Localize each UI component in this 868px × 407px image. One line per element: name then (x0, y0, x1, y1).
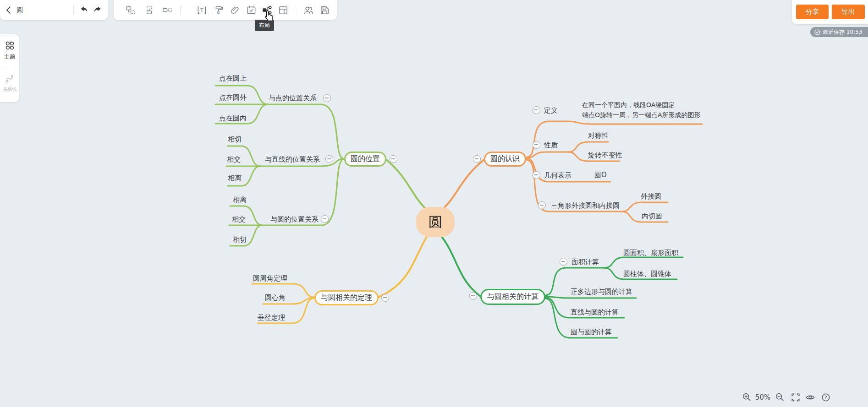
topic-circle-circle-calc[interactable]: 圆与圆的计算 (571, 328, 612, 336)
zoom-level[interactable]: 50% (755, 393, 770, 402)
fit-screen-button[interactable] (790, 392, 801, 403)
task-button[interactable] (246, 5, 257, 16)
paperclip-icon (230, 5, 241, 16)
topic-circle-sector-area[interactable]: 圆面积、扇形面积 (623, 249, 678, 257)
insert-sibling-node-button[interactable] (125, 5, 136, 16)
insert-parent-node-button[interactable] (143, 5, 154, 16)
topic-circle-calculations[interactable]: 与圆相关的计算 (480, 289, 545, 305)
format-painter-button[interactable] (214, 5, 225, 16)
zoom-in-icon (742, 392, 752, 402)
topic-polygon-circle-calc[interactable]: 正多边形与圆的计算 (571, 288, 632, 296)
mindmap-branches (0, 0, 868, 407)
header-left-panel: 圆 (0, 0, 108, 20)
topic-center[interactable]: 圆 (416, 207, 455, 237)
people-icon (303, 5, 314, 16)
toolbar-divider (180, 5, 181, 15)
topic-line-position-relation[interactable]: 与直线的位置关系 (265, 155, 320, 164)
save-status-text: 最近保存 10:53 (823, 28, 862, 36)
sidebar-theme-label: 主题 (0, 53, 19, 61)
topic-circle-theorems[interactable]: 与圆相关的定理 (314, 290, 379, 305)
save-button[interactable] (319, 5, 330, 16)
insert-child-icon (168, 9, 172, 11)
mouse-cursor-icon (264, 10, 274, 24)
undo-button[interactable] (79, 5, 90, 16)
toolbar-panel (114, 0, 337, 20)
topic-definition-text-line2[interactable]: 端点O旋转一周，另一端点A所形成的图形 (582, 111, 701, 119)
topic-symmetry[interactable]: 对称性 (588, 131, 609, 140)
topic-rotation-invariance[interactable]: 旋转不变性 (588, 151, 622, 160)
save-icon (319, 5, 330, 16)
collaborate-button[interactable] (303, 5, 314, 16)
topic-circle-position[interactable]: 圆的位置 (344, 152, 386, 167)
back-button[interactable] (4, 5, 15, 16)
collapse-button[interactable] (390, 155, 397, 163)
toolbar-divider (73, 5, 74, 15)
header-actions-panel: 分享 导出 (792, 0, 868, 24)
topic-geometric-notation[interactable]: 几何表示 (544, 171, 571, 180)
topic-definition-text-line1[interactable]: 在同一个平面内，线段OA绕固定 (582, 101, 675, 109)
topic-point-position-relation[interactable]: 与点的位置关系 (269, 94, 317, 103)
collapse-button[interactable] (533, 171, 540, 179)
collapse-button[interactable] (381, 294, 389, 302)
topic-inscribed-angle-theorem[interactable]: 圆周角定理 (253, 274, 287, 283)
share-button[interactable]: 分享 (796, 5, 829, 19)
topic-perpendicular-chord-theorem[interactable]: 垂径定理 (258, 314, 285, 322)
insert-parent-icon (147, 6, 151, 9)
redo-button[interactable] (92, 5, 103, 16)
text-icon (197, 5, 207, 16)
topic-circle-intersect[interactable]: 相交 (232, 215, 246, 224)
document-title[interactable]: 圆 (16, 6, 23, 14)
topic-line-intersect[interactable]: 相交 (227, 155, 241, 164)
collapse-button[interactable] (533, 106, 540, 114)
collapse-button[interactable] (469, 292, 477, 300)
topic-circumscribed-circle[interactable]: 外接圆 (641, 192, 661, 201)
topic-circle-understanding[interactable]: 圆的认识 (484, 152, 526, 167)
left-sidebar: 主题 关系线 (0, 34, 19, 102)
topic-area-calculation[interactable]: 面积计算 (571, 258, 599, 266)
table-layout-icon (278, 5, 289, 16)
zoom-in-button[interactable] (742, 392, 753, 403)
topic-circle-position-relation[interactable]: 与圆的位置关系 (270, 215, 319, 224)
collapse-button[interactable] (538, 201, 546, 209)
chevron-left-icon (7, 7, 10, 13)
topic-circle-o[interactable]: 圆O (594, 171, 607, 179)
collapse-button[interactable] (321, 215, 329, 223)
insert-child-node-button[interactable] (162, 5, 173, 16)
zoom-out-icon (775, 392, 785, 402)
help-button[interactable]: ? (820, 392, 831, 403)
svg-text:?: ? (824, 395, 827, 401)
sidebar-item-relation-line[interactable]: 关系线 (0, 73, 19, 93)
topic-point-on-circle[interactable]: 点在圆上 (219, 74, 247, 83)
collapse-button[interactable] (323, 94, 331, 102)
topic-triangle-circles[interactable]: 三角形外接圆和内接圆 (551, 201, 620, 210)
zoom-out-button[interactable] (775, 392, 786, 403)
collapse-button[interactable] (473, 155, 481, 163)
collapse-button[interactable] (533, 141, 540, 149)
sidebar-relation-label: 关系线 (0, 86, 19, 93)
topic-definition[interactable]: 定义 (544, 106, 558, 115)
check-circle-icon (814, 29, 820, 35)
topic-line-circle-calc[interactable]: 直线与圆的计算 (571, 308, 619, 317)
task-check-icon (246, 5, 257, 16)
topic-properties[interactable]: 性质 (544, 141, 558, 150)
sidebar-item-theme[interactable]: 主题 (0, 40, 19, 61)
text-style-button[interactable] (196, 5, 207, 16)
topic-line-separate[interactable]: 相离 (228, 174, 242, 183)
collapse-button[interactable] (325, 155, 333, 163)
toolbar-divider (295, 5, 295, 15)
fit-screen-icon (791, 392, 801, 402)
topic-inscribed-circle[interactable]: 内切圆 (642, 212, 662, 221)
topic-line-tangent[interactable]: 相切 (228, 135, 242, 144)
presentation-view-button[interactable] (805, 392, 816, 403)
export-button[interactable]: 导出 (832, 5, 865, 19)
attachment-button[interactable] (230, 5, 241, 16)
collapse-button[interactable] (560, 258, 567, 266)
topic-point-outside-circle[interactable]: 点在圆外 (219, 93, 247, 102)
topic-point-inside-circle[interactable]: 点在圆内 (219, 114, 247, 123)
panel-layout-button[interactable] (278, 5, 289, 16)
topic-circle-tangent[interactable]: 相切 (233, 235, 247, 244)
topic-circle-separate[interactable]: 相离 (233, 195, 247, 204)
topic-cylinder-cone[interactable]: 圆柱体、圆锥体 (623, 270, 671, 278)
topic-central-angle[interactable]: 圆心角 (265, 293, 286, 302)
paint-roller-icon (214, 5, 225, 16)
